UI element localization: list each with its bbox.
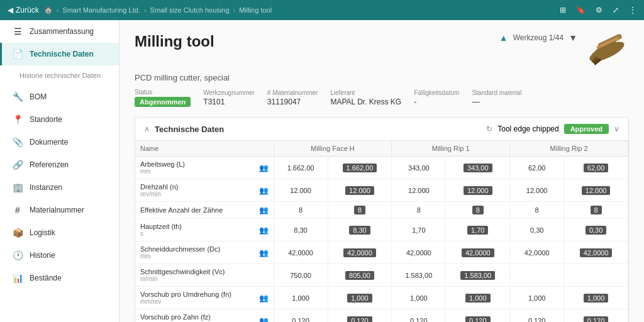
face-h-dark-value[interactable]: 8 <box>328 202 392 219</box>
face-h-teal-value[interactable]: 1.662,00 <box>274 157 328 179</box>
grid-icon[interactable]: ⊞ <box>560 6 566 14</box>
sidebar-item-materialnummer[interactable]: # Materialnummer <box>0 199 119 221</box>
face-h-teal-value[interactable]: 8,30 <box>274 219 328 242</box>
standard-meta: Standard material — <box>472 89 521 106</box>
param-icon[interactable]: 👥 <box>259 206 269 214</box>
rip2-dark-value[interactable]: 1,000 <box>564 287 628 309</box>
rip1-teal-value[interactable]: 12.000 <box>392 179 446 202</box>
chevron-down-icon[interactable]: ∨ <box>614 125 619 133</box>
standorte-icon: 📍 <box>12 114 23 125</box>
sidebar-item-dokumente[interactable]: 📎 Dokumente <box>0 131 119 153</box>
rip2-dark-value[interactable]: 8 <box>564 202 628 219</box>
rip1-dark-value[interactable]: 343,00 <box>446 157 510 179</box>
face-h-dark-value[interactable]: 1.662,00 <box>328 157 392 179</box>
rip2-teal-value[interactable]: 12.000 <box>510 179 564 202</box>
rip2-teal-value[interactable]: 0,120 <box>510 309 564 323</box>
rip2-dark-value[interactable]: 0,120 <box>564 309 628 323</box>
settings-icon[interactable]: ⚙ <box>596 6 602 14</box>
next-tool-button[interactable]: ▼ <box>569 33 577 43</box>
rip2-dark-value[interactable]: 62,00 <box>564 157 628 179</box>
rip1-dark-value[interactable]: 42,0000 <box>446 242 510 264</box>
param-icon[interactable]: 👥 <box>259 186 269 195</box>
param-icon[interactable]: 👥 <box>259 248 269 257</box>
face-h-dark-value[interactable]: 8,30 <box>328 219 392 242</box>
face-h-teal-value[interactable]: 750,00 <box>274 264 328 287</box>
face-h-teal-value[interactable]: 12.000 <box>274 179 328 202</box>
supplier-label: Lieferant <box>330 89 401 96</box>
sidebar-item-bestande[interactable]: 📊 Bestände <box>0 267 119 289</box>
rip2-teal-value[interactable]: 0,30 <box>510 219 564 242</box>
face-h-dark-value[interactable]: 805,00 <box>328 264 392 287</box>
table-row: Vorschub pro Umdrehung (fn) mm/rev 👥 1,0… <box>135 287 628 309</box>
section-header: ∧ Technische Daten ↻ Tool edge chipped A… <box>135 118 628 141</box>
prev-tool-button[interactable]: ▲ <box>499 33 508 43</box>
breadcrumb-item-3[interactable]: Milling tool <box>239 6 272 14</box>
sidebar-item-zusammenfassung[interactable]: ☰ Zusammenfassung <box>0 20 119 43</box>
face-h-teal-value[interactable]: 0,120 <box>274 309 328 323</box>
rip2-dark-value[interactable]: 42,0000 <box>564 242 628 264</box>
rip2-dark-value[interactable]: 0,30 <box>564 219 628 242</box>
rip2-dark-value[interactable]: 12.000 <box>564 179 628 202</box>
face-h-teal-value[interactable]: 8 <box>274 202 328 219</box>
table-row: Schneiddurchmesser (Dc) mm 👥 42,000042,0… <box>135 242 628 264</box>
rip1-teal-value[interactable]: 1,70 <box>392 219 446 242</box>
rip2-teal-value[interactable]: 8 <box>510 202 564 219</box>
rip1-teal-value[interactable]: 1,000 <box>392 287 446 309</box>
face-h-dark-value[interactable]: 1,000 <box>328 287 392 309</box>
collapse-icon[interactable]: ∧ <box>144 125 150 133</box>
sidebar-item-historie[interactable]: 🕐 Historie <box>0 244 119 267</box>
more-icon[interactable]: ⋮ <box>629 6 636 14</box>
face-h-dark-value[interactable]: 12.000 <box>328 179 392 202</box>
table-row: Hauptzeit (th) s 👥 8,308,301,701,700,300… <box>135 219 628 242</box>
sidebar-item-historie-tech[interactable]: Historie technischer Daten <box>0 65 119 86</box>
rip1-dark-value[interactable]: 12.000 <box>446 179 510 202</box>
sidebar-label-zusammenfassung: Zusammenfassung <box>30 27 94 36</box>
sidebar-item-standorte[interactable]: 📍 Standorte <box>0 108 119 131</box>
rip1-dark-value[interactable]: 0,120 <box>446 309 510 323</box>
standard-label: Standard material <box>472 89 521 96</box>
sidebar-item-logistik[interactable]: 📦 Logistik <box>0 221 119 244</box>
rip1-dark-value[interactable]: 8 <box>446 202 510 219</box>
rip2-teal-value[interactable] <box>510 264 564 287</box>
col-name-header: Name <box>135 141 274 157</box>
expand-icon[interactable]: ⤢ <box>613 6 619 14</box>
rip1-teal-value[interactable]: 1.583,00 <box>392 264 446 287</box>
rip1-dark-value[interactable]: 1.583,00 <box>446 264 510 287</box>
meta-row: Status Abgenommen Werkzeugnummer T3101 #… <box>135 89 629 107</box>
rip2-teal-value[interactable]: 1,000 <box>510 287 564 309</box>
rip1-teal-value[interactable]: 8 <box>392 202 446 219</box>
col-rip2-header: Milling Rip 2 <box>510 141 628 157</box>
param-icon[interactable]: 👥 <box>259 294 269 303</box>
section-status: ↻ Tool edge chipped Approved ∨ <box>486 124 619 134</box>
face-h-teal-value[interactable]: 42,0000 <box>274 242 328 264</box>
rip2-teal-value[interactable]: 62,00 <box>510 157 564 179</box>
breadcrumb-item-2[interactable]: Small size Clutch housing <box>150 6 230 14</box>
sidebar-item-bom[interactable]: 🔧 BOM <box>0 86 119 108</box>
sidebar-item-referenzen[interactable]: 🔗 Referenzen <box>0 153 119 176</box>
rip1-teal-value[interactable]: 42,0000 <box>392 242 446 264</box>
rip1-teal-value[interactable]: 0,120 <box>392 309 446 323</box>
param-icon[interactable]: 👥 <box>259 226 269 235</box>
param-icon[interactable]: 👥 <box>259 164 269 172</box>
sidebar-item-instanzen[interactable]: 🏢 Instanzen <box>0 176 119 199</box>
face-h-dark-value[interactable]: 0,120 <box>328 309 392 323</box>
rip1-dark-value[interactable]: 1,70 <box>446 219 510 242</box>
table-row: Vorschub pro Zahn (fz) mm 👥 0,1200,1200,… <box>135 309 628 323</box>
face-h-teal-value[interactable]: 1,000 <box>274 287 328 309</box>
refresh-icon[interactable]: ↻ <box>486 125 492 133</box>
rip2-dark-value[interactable] <box>564 264 628 287</box>
face-h-dark-value[interactable]: 42,0000 <box>328 242 392 264</box>
sidebar-item-technische-daten[interactable]: 📄 Technische Daten <box>0 43 119 65</box>
breadcrumb-item-1[interactable]: Smart Manufacturing Ltd. <box>62 6 140 14</box>
material-meta: # Materialnummer 31119047 <box>267 89 318 106</box>
bookmark-icon[interactable]: 🔖 <box>576 6 586 14</box>
rip2-teal-value[interactable]: 42,0000 <box>510 242 564 264</box>
back-button[interactable]: ◀ Zurück <box>8 6 39 14</box>
table-row: Arbeitsweg (L) mm 👥 1.662,001.662,00343,… <box>135 157 628 179</box>
param-icon[interactable]: 👥 <box>259 316 269 323</box>
status-label: Status <box>135 89 191 96</box>
tool-image <box>585 33 629 70</box>
rip1-teal-value[interactable]: 343,00 <box>392 157 446 179</box>
breadcrumb-icon: 🏠 <box>44 6 53 14</box>
rip1-dark-value[interactable]: 1,000 <box>446 287 510 309</box>
